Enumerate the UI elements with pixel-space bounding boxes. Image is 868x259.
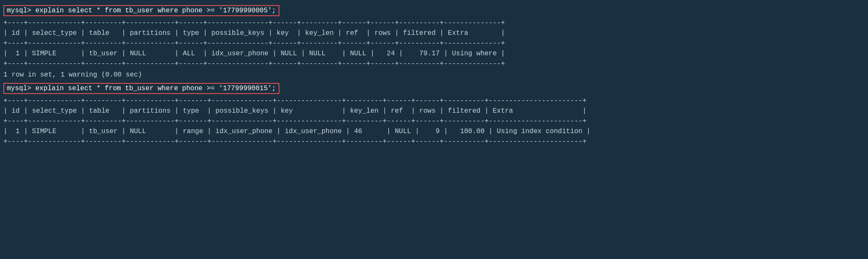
query-block-1: mysql> explain select * from tb_user whe… [3, 5, 865, 81]
separator-top-1: +----+-------------+---------+----------… [3, 18, 865, 28]
data-row-2: | 1 | SIMPLE | tb_user | NULL | range | … [3, 126, 865, 137]
terminal: mysql> explain select * from tb_user whe… [0, 3, 868, 150]
data-row-1: | 1 | SIMPLE | tb_user | NULL | ALL | id… [3, 48, 865, 59]
separator-top-2: +----+-------------+---------+----------… [3, 96, 865, 106]
separator-bot-2: +----+-------------+---------+----------… [3, 137, 865, 147]
query-block-2: mysql> explain select * from tb_user whe… [3, 83, 865, 147]
header-row-2: | id | select_type | table | partitions … [3, 106, 865, 116]
separator-mid-2: +----+-------------+---------+----------… [3, 116, 865, 126]
separator-mid-1: +----+-------------+---------+----------… [3, 38, 865, 48]
command-line-1: mysql> explain select * from tb_user whe… [3, 5, 279, 16]
separator-bot-1: +----+-------------+---------+----------… [3, 59, 865, 69]
header-row-1: | id | select_type | table | partitions … [3, 28, 865, 38]
command-line-2: mysql> explain select * from tb_user whe… [3, 83, 279, 94]
result-summary-1: 1 row in set, 1 warning (0.00 sec) [3, 69, 865, 81]
